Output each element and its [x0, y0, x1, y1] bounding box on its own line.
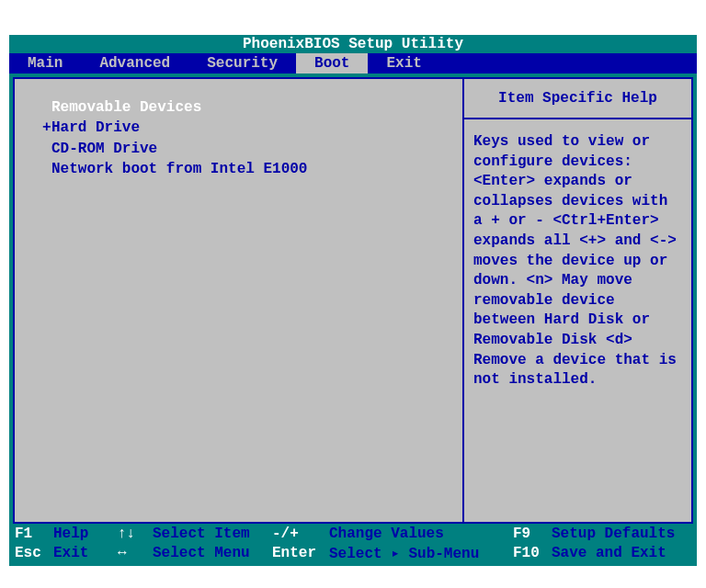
key-leftright: ↔ [118, 545, 153, 561]
action-select-menu: Select Menu [153, 545, 272, 561]
boot-item-network[interactable]: Network boot from Intel E1000 [42, 159, 453, 179]
key-f9: F9 [513, 526, 552, 542]
help-title: Item Specific Help [464, 79, 691, 119]
menu-exit[interactable]: Exit [368, 53, 439, 74]
key-f10: F10 [513, 545, 552, 561]
key-plusminus: -/+ [272, 526, 329, 542]
bios-window: PhoenixBIOS Setup Utility Main Advanced … [9, 35, 697, 560]
menu-main[interactable]: Main [9, 53, 81, 74]
footer-hints: F1 Help ↑↓ Select Item -/+ Change Values… [9, 524, 697, 566]
action-setup-defaults: Setup Defaults [552, 526, 691, 542]
help-panel: Item Specific Help Keys used to view or … [463, 77, 693, 524]
action-select-item: Select Item [153, 526, 272, 542]
menu-bar[interactable]: Main Advanced Security Boot Exit [9, 53, 697, 74]
title-bar: PhoenixBIOS Setup Utility [9, 35, 697, 53]
help-body: Keys used to view or configure devices: … [464, 119, 691, 403]
boot-item-hard-drive[interactable]: Hard Drive [42, 118, 453, 138]
action-change-values: Change Values [329, 526, 513, 542]
title-text: PhoenixBIOS Setup Utility [243, 36, 463, 52]
menu-boot[interactable]: Boot [296, 53, 368, 74]
key-updown: ↑↓ [118, 526, 153, 542]
key-enter: Enter [272, 545, 329, 561]
action-select-submenu: Select ▸ Sub-Menu [329, 544, 513, 562]
boot-item-removable[interactable]: Removable Devices [42, 97, 453, 118]
main-area: Removable Devices Hard Drive CD-ROM Driv… [9, 74, 697, 524]
action-help: Help [53, 526, 118, 542]
action-exit: Exit [53, 545, 118, 561]
boot-order-panel: Removable Devices Hard Drive CD-ROM Driv… [13, 77, 463, 524]
menu-advanced[interactable]: Advanced [81, 53, 188, 74]
menu-security[interactable]: Security [188, 53, 296, 74]
key-f1: F1 [15, 526, 53, 542]
action-save-exit: Save and Exit [552, 545, 691, 561]
key-esc: Esc [15, 545, 53, 561]
boot-item-cdrom[interactable]: CD-ROM Drive [42, 139, 453, 159]
